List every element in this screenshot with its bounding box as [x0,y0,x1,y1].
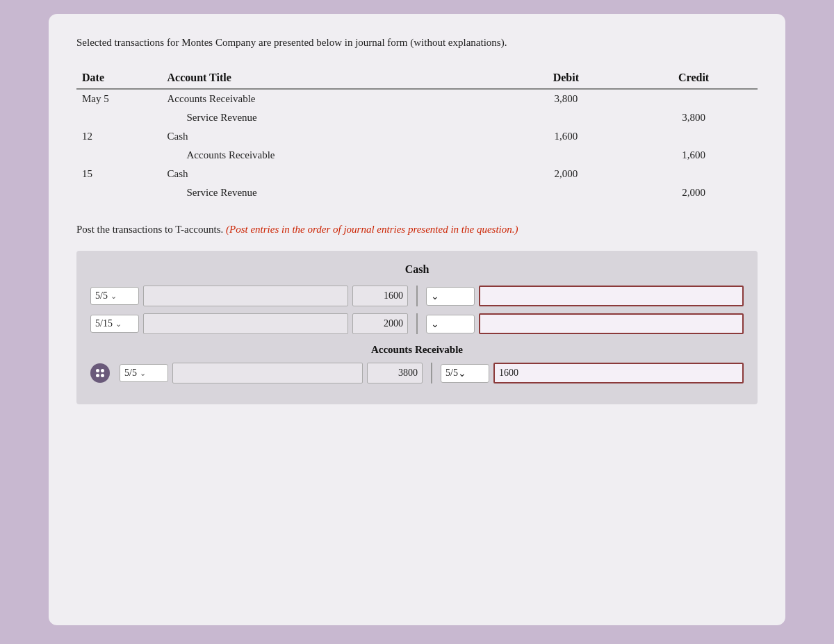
chevron-down-icon: ⌄ [431,318,439,330]
chevron-down-icon: ⌄ [111,292,117,301]
intro-text: Selected transactions for Montes Company… [76,35,758,51]
cash-right-1: ⌄ [426,286,744,306]
table-row: May 5 Accounts Receivable 3,800 [76,89,758,108]
post-instruction-red: (Post entries in the order of journal en… [226,224,518,235]
cash-desc-input-2[interactable] [143,313,348,334]
cash-row-1: 5/5 ⌄ 1600 ⌄ [90,286,744,306]
entry-debit: 3,800 [502,89,630,108]
entry-date: 15 [76,165,162,183]
ar-left-1: 5/5 ⌄ 3800 [120,363,423,383]
entry-account: Service Revenue [162,108,502,127]
cash-row-2: 5/15 ⌄ 2000 ⌄ [90,313,744,334]
cash-debit-value-1: 1600 [352,286,408,306]
entry-debit: 2,000 [502,165,630,183]
table-row: 12 Cash 1,600 [76,127,758,146]
cash-debit-value-2: 2000 [352,313,408,334]
dots-icon [95,368,106,379]
ar-right-1: 5/5 ⌄ 1600 [441,363,744,383]
chevron-down-icon: ⌄ [458,368,466,379]
entry-date: 12 [76,127,162,146]
cash-credit-select-1[interactable]: ⌄ [426,287,475,306]
ar-desc-input-1[interactable] [172,363,363,383]
entry-account: Accounts Receivable [162,89,502,108]
table-row: Service Revenue 3,800 [76,108,758,127]
entry-debit: 1,600 [502,127,630,146]
ar-t-account-title: Accounts Receivable [90,344,744,356]
entry-credit [630,165,758,183]
post-instruction-text: Post the transactions to T-accounts. [76,224,223,235]
t-divider-2 [416,313,418,334]
entry-credit: 1,600 [630,146,758,165]
entry-debit [502,108,630,127]
chevron-down-icon: ⌄ [115,320,122,329]
ar-debit-value-1: 3800 [367,363,423,383]
chevron-down-icon: ⌄ [140,369,146,378]
ar-date-select-1[interactable]: 5/5 ⌄ [120,364,168,382]
cash-date-select-1[interactable]: 5/5 ⌄ [90,287,139,305]
header-account-title: Account Title [162,67,502,89]
table-row: 15 Cash 2,000 [76,165,758,183]
t-divider-ar-1 [431,363,432,383]
entry-account: Cash [162,165,502,183]
t-account-section: Cash 5/5 ⌄ 1600 ⌄ [76,251,758,404]
ar-row-1: 5/5 ⌄ 3800 5/5 ⌄ 1600 [90,363,744,383]
journal-table: Date Account Title Debit Credit May 5 Ac… [76,67,758,202]
header-date: Date [76,67,162,89]
cash-t-account-title: Cash [90,263,744,276]
entry-debit [502,146,630,165]
t-divider-1 [416,286,418,306]
ar-credit-select-1[interactable]: 5/5 ⌄ [441,364,489,383]
chevron-down-icon: ⌄ [431,290,439,302]
entry-credit [630,89,758,108]
entry-account: Cash [162,127,502,146]
ar-menu-button[interactable] [90,363,110,383]
entry-credit: 2,000 [630,183,758,202]
ar-icon-area [90,363,110,383]
cash-credit-select-2[interactable]: ⌄ [426,315,475,333]
cash-right-2: ⌄ [426,313,744,334]
main-container: Selected transactions for Montes Company… [49,14,785,625]
cash-date-value-1: 5/5 [95,290,108,302]
entry-date [76,183,162,202]
cash-date-select-2[interactable]: 5/15 ⌄ [90,315,139,333]
cash-date-value-2: 5/15 [95,318,113,329]
entry-account: Accounts Receivable [162,146,502,165]
cash-credit-input-2[interactable] [479,313,744,334]
header-debit: Debit [502,67,630,89]
entry-date: May 5 [76,89,162,108]
post-instruction: Post the transactions to T-accounts. (Po… [76,222,758,238]
ar-credit-date-1: 5/5 [445,368,458,379]
cash-left-2: 5/15 ⌄ 2000 [90,313,408,334]
table-row: Service Revenue 2,000 [76,183,758,202]
ar-credit-input-1[interactable]: 1600 [493,363,744,383]
ar-credit-value-1: 1600 [499,368,518,379]
header-credit: Credit [630,67,758,89]
entry-debit [502,183,630,202]
entry-credit [630,127,758,146]
entry-credit: 3,800 [630,108,758,127]
cash-left-1: 5/5 ⌄ 1600 [90,286,408,306]
cash-desc-input-1[interactable] [143,286,348,306]
cash-credit-input-1[interactable] [479,286,744,306]
entry-date [76,146,162,165]
table-row: Accounts Receivable 1,600 [76,146,758,165]
entry-date [76,108,162,127]
ar-date-value-1: 5/5 [124,368,137,379]
entry-account: Service Revenue [162,183,502,202]
